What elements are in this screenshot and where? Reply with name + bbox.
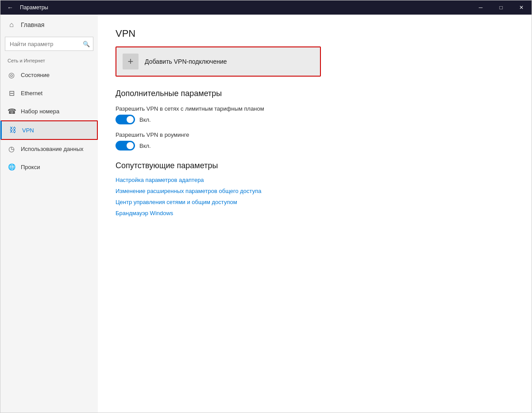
sidebar-item-dial[interactable]: Набор номера bbox=[0, 102, 98, 120]
toggle-metered-switch[interactable] bbox=[116, 115, 135, 124]
link-adapter-settings[interactable]: Настройка параметров адаптера bbox=[116, 177, 514, 183]
toggle-roaming-switch[interactable] bbox=[116, 141, 135, 151]
toggle-roaming-state: Вкл. bbox=[139, 143, 151, 149]
additional-settings-title: Дополнительные параметры bbox=[116, 89, 514, 98]
sidebar-item-data-usage[interactable]: Использование данных bbox=[0, 140, 98, 158]
dial-icon bbox=[8, 107, 15, 116]
sidebar-label-status: Состояние bbox=[21, 72, 50, 78]
vpn-icon bbox=[9, 126, 17, 134]
sidebar-item-proxy[interactable]: Прокси bbox=[0, 158, 98, 176]
toggle-roaming-desc: Разрешить VPN в роуминге bbox=[116, 131, 514, 138]
proxy-icon bbox=[8, 163, 15, 171]
sidebar-label-data: Использование данных bbox=[21, 146, 84, 152]
sidebar: Главная 🔍 Сеть и Интернет Состояние Ethe… bbox=[0, 15, 98, 413]
toggle-metered-control: Вкл. bbox=[116, 115, 514, 124]
link-firewall[interactable]: Брандмауэр Windows bbox=[116, 210, 514, 216]
sidebar-label-dial: Набор номера bbox=[21, 108, 59, 115]
link-network-center[interactable]: Центр управления сетями и общим доступом bbox=[116, 199, 514, 205]
link-sharing-settings[interactable]: Изменение расширенных параметров общего … bbox=[116, 188, 514, 194]
toggle-metered-desc: Разрешить VPN в сетях с лимитным тарифны… bbox=[116, 105, 514, 112]
sidebar-home-label: Главная bbox=[21, 21, 44, 28]
search-input[interactable] bbox=[5, 37, 93, 51]
sidebar-item-vpn[interactable]: VPN bbox=[0, 120, 98, 140]
app-window: ← Параметры ─ □ ✕ Главная 🔍 Сеть и Интер… bbox=[0, 0, 532, 413]
search-icon: 🔍 bbox=[83, 41, 90, 47]
window-controls: ─ □ ✕ bbox=[470, 0, 532, 15]
sidebar-label-ethernet: Ethernet bbox=[21, 90, 42, 96]
sidebar-label-proxy: Прокси bbox=[21, 164, 40, 170]
title-bar: ← Параметры ─ □ ✕ bbox=[0, 0, 532, 15]
vpn-section-title: VPN bbox=[116, 28, 514, 39]
add-vpn-label: Добавить VPN-подключение bbox=[145, 58, 227, 65]
content-area: Главная 🔍 Сеть и Интернет Состояние Ethe… bbox=[0, 15, 532, 413]
home-icon bbox=[8, 21, 15, 29]
maximize-button[interactable]: □ bbox=[491, 0, 511, 15]
back-button[interactable]: ← bbox=[4, 1, 16, 14]
toggle-roaming-control: Вкл. bbox=[116, 141, 514, 151]
sidebar-section-label: Сеть и Интернет bbox=[0, 54, 98, 66]
sidebar-item-home[interactable]: Главная bbox=[0, 15, 98, 35]
sidebar-item-status[interactable]: Состояние bbox=[0, 66, 98, 84]
sidebar-search-container: 🔍 bbox=[5, 37, 93, 51]
ethernet-icon bbox=[8, 89, 15, 97]
toggle-metered-state: Вкл. bbox=[139, 116, 151, 123]
related-settings-title: Сопутствующие параметры bbox=[116, 161, 514, 170]
add-vpn-button[interactable]: + Добавить VPN-подключение bbox=[116, 47, 320, 76]
data-usage-icon bbox=[8, 145, 15, 153]
sidebar-label-vpn: VPN bbox=[22, 127, 34, 134]
toggle-metered-network-row: Разрешить VPN в сетях с лимитным тарифны… bbox=[116, 105, 514, 124]
toggle-roaming-row: Разрешить VPN в роуминге Вкл. bbox=[116, 131, 514, 151]
main-content: VPN + Добавить VPN-подключение Дополните… bbox=[98, 15, 532, 413]
window-title: Параметры bbox=[20, 4, 48, 11]
sidebar-item-ethernet[interactable]: Ethernet bbox=[0, 84, 98, 102]
title-bar-left: ← Параметры bbox=[4, 1, 48, 14]
add-vpn-plus-icon: + bbox=[123, 54, 139, 69]
status-icon bbox=[8, 71, 15, 79]
add-vpn-wrapper: + Добавить VPN-подключение bbox=[116, 46, 321, 77]
minimize-button[interactable]: ─ bbox=[470, 0, 491, 15]
close-button[interactable]: ✕ bbox=[511, 0, 532, 15]
